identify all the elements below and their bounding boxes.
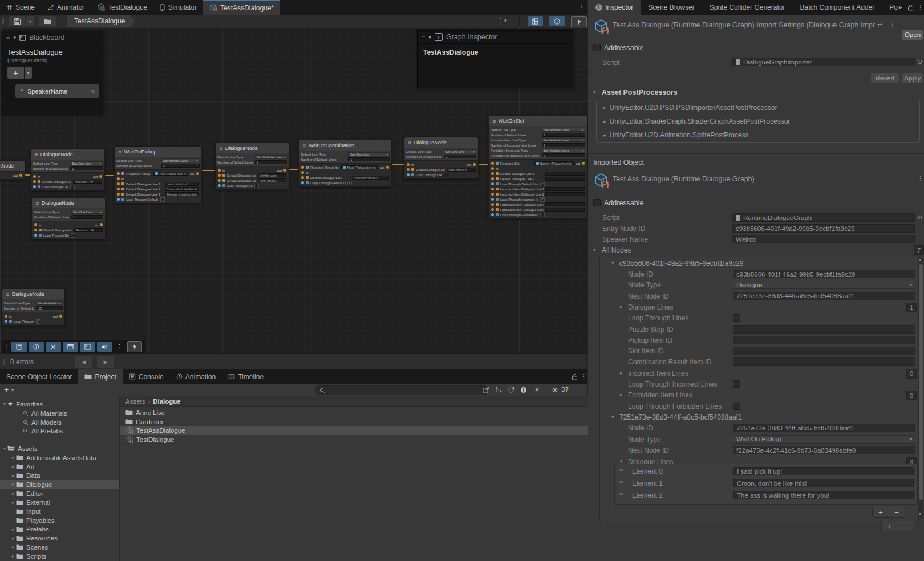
tree-item-prefabs[interactable]: ▸Prefabs [0, 525, 119, 534]
tree-item-data[interactable]: ▸Data [0, 471, 119, 480]
drag-handle-icon[interactable]: ═ [619, 479, 623, 485]
port-dot[interactable] [491, 208, 494, 211]
port-dot[interactable] [218, 184, 221, 187]
window-button[interactable] [63, 342, 78, 352]
scrollbar-thumb[interactable] [919, 264, 923, 500]
graph-node-dialoguenode[interactable]: ≣DialogueNodeDefault Line TypeSay One Li… [404, 137, 479, 179]
object-picker-icon[interactable]: ⊙ [917, 214, 922, 221]
port-dot[interactable] [491, 188, 494, 190]
imported-object-kebab-icon[interactable]: ⋮ [917, 174, 924, 182]
list-item-testdialogue[interactable]: {}TestDialogue [120, 435, 588, 444]
info-button[interactable] [29, 342, 44, 352]
tab-scene-object-locator[interactable]: Scene Object Locator [0, 369, 78, 384]
audio-button[interactable] [97, 342, 112, 352]
port-dot[interactable] [117, 177, 120, 180]
drag-handle-icon[interactable]: ═ [619, 467, 623, 473]
port-dot[interactable] [301, 171, 304, 174]
foldout-icon[interactable]: ▸ [603, 132, 606, 138]
collapse-icon[interactable]: ▾ [428, 34, 431, 40]
port-dot[interactable] [218, 169, 221, 172]
prop-input[interactable]: 1 [348, 157, 390, 161]
expand-arrow-icon[interactable]: ▸ [10, 500, 16, 505]
row-field[interactable]: c93b5606-401f-49a2-99b5-9ecbf1fa9c29 [732, 224, 915, 233]
object-picker-icon[interactable]: ⊙ [184, 172, 187, 176]
open-button[interactable]: Open [902, 30, 923, 40]
tree-item-scripts[interactable]: ▸Scripts [0, 552, 119, 561]
prop-dropdown[interactable]: Say Multiple Lines▾ [36, 301, 63, 305]
tree-item-playables[interactable]: Playables [0, 516, 119, 525]
tree-item-addressableassetsdata[interactable]: ▸AddressableAssetsData [0, 453, 119, 462]
row-field[interactable] [733, 347, 915, 355]
open-search-window-icon[interactable] [483, 387, 489, 393]
blackboard-panel[interactable]: ═▾BlackboardTestAssDialogue(DialogueGrap… [2, 31, 103, 115]
postprocessor-item[interactable]: ▸UnityEditor.ShaderGraph.ShaderGraphAsse… [603, 116, 790, 127]
line-input[interactable] [545, 202, 585, 206]
toggle-graph-inspector-button[interactable] [549, 16, 565, 26]
tab-testassdialogue-[interactable]: {}TestAssDialogue* [203, 0, 280, 15]
tree-item-input[interactable]: Input [0, 507, 119, 516]
checkbox[interactable]: ✓ [347, 181, 352, 185]
tree-item-dialogue[interactable]: ▸Dialogue [0, 480, 119, 489]
expand-arrow-icon[interactable]: ▸ [10, 536, 16, 541]
blackboard-field-speakername[interactable]: ❝SpeakerName< [15, 84, 99, 98]
tab-simulator[interactable]: Simulator [153, 0, 203, 15]
tree-item-editor[interactable]: ▸Editor [0, 489, 119, 498]
expand-arrow-icon[interactable]: ▸ [10, 464, 16, 469]
port-dot[interactable] [5, 320, 7, 323]
tab-console[interactable]: Console [123, 369, 170, 384]
prop-input[interactable]: 3 [161, 164, 200, 168]
list-item-gardener[interactable]: Gardener [120, 417, 588, 426]
checkbox[interactable] [444, 173, 448, 177]
port-dot[interactable] [196, 172, 199, 175]
line-input[interactable]: I said pick it up! [165, 182, 199, 186]
tree-item-scenes[interactable]: ▸Scenes [0, 543, 119, 552]
port-dot[interactable] [19, 174, 22, 177]
prop-input[interactable]: 1 [70, 166, 103, 170]
prop-input[interactable]: -55 [36, 306, 63, 310]
port-dot[interactable] [301, 181, 304, 184]
line-input[interactable] [545, 177, 585, 181]
expand-arrow-icon[interactable]: ▸ [10, 554, 16, 559]
port-dot[interactable] [491, 177, 494, 180]
expand-arrow-icon[interactable]: ▸ [10, 482, 16, 487]
pane-menu-icon[interactable]: ⋮ [578, 3, 585, 11]
remove-element-button[interactable]: − [894, 508, 899, 517]
port-dot[interactable] [407, 168, 410, 171]
port-dot[interactable] [582, 162, 585, 165]
graph-options-caret-icon[interactable]: ▾ [504, 18, 507, 23]
prop-input[interactable]: 2 [542, 153, 585, 157]
foldout-icon[interactable]: ▸ [603, 119, 606, 124]
add-variable-caret[interactable]: ▾ [25, 67, 32, 79]
port-dot[interactable] [301, 176, 304, 179]
foldout-icon[interactable]: ▾ [611, 414, 614, 420]
port-dot[interactable] [117, 182, 120, 185]
tree-item-external[interactable]: ▸External [0, 498, 119, 507]
port-dot[interactable] [100, 223, 103, 226]
prop-dropdown[interactable]: Say Multiple Lines▾ [255, 155, 287, 159]
object-picker-icon[interactable]: ⊙ [570, 162, 572, 165]
foldout-icon[interactable]: ▸ [603, 105, 606, 111]
tab-testdialogue[interactable]: {}TestDialogue [91, 0, 153, 15]
line-input[interactable]: The ass is waiting there for y [165, 192, 199, 196]
port-dot[interactable] [218, 174, 221, 177]
port-dot[interactable] [117, 188, 120, 190]
tab-inspector[interactable]: iInspector [588, 0, 641, 15]
object-field[interactable]: Ass (Pickup Item Data)⊙ [153, 172, 188, 176]
scroll-down-icon[interactable]: ▾ [919, 511, 921, 517]
notes-button[interactable] [11, 342, 27, 352]
graph-options-kebab-icon[interactable]: ⋮ [497, 17, 504, 25]
drag-handle-icon[interactable]: ═ [422, 34, 425, 40]
expand-arrow-icon[interactable]: ▾ [2, 446, 7, 451]
line-input[interactable]: Ohhhh yeah, [258, 173, 286, 177]
tab-scene-browser[interactable]: Scene Browser [641, 0, 702, 15]
row-field[interactable]: 7251e73e-38d3-44ff-a8c5-bcf54088aaf1 [733, 424, 915, 432]
search-input[interactable] [315, 385, 488, 395]
postprocessor-item[interactable]: ▸UnityEditor.U2D.PSD.PSDImporterAssetPos… [603, 103, 777, 113]
apply-button[interactable]: Apply [902, 73, 923, 83]
graph-breadcrumb[interactable]: TestAssDialogue [67, 15, 135, 27]
line-input[interactable] [545, 172, 585, 176]
postprocessors-foldout-icon[interactable]: ▾ [593, 89, 596, 95]
port-dot[interactable] [33, 175, 36, 178]
prop-dropdown[interactable]: Say One Line▾ [348, 152, 390, 156]
inspector-kebab-icon[interactable]: ⋮ [917, 3, 924, 11]
